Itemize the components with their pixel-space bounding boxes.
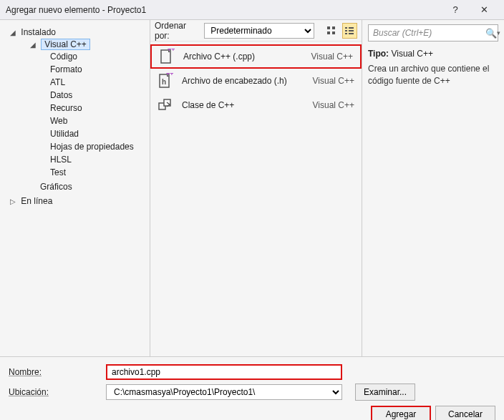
h-file-icon: h++	[158, 73, 173, 89]
template-lang: Visual C++	[313, 76, 354, 86]
svg-rect-6	[345, 30, 347, 31]
template-pane: Ordenar por: Predeterminado ++Archivo C+…	[150, 20, 362, 356]
type-value: Visual C++	[391, 49, 432, 59]
bottom-form: Nombre: Ubicación: C:\cmasmasya\Proyecto…	[0, 356, 504, 420]
tree-node[interactable]: ATL	[50, 76, 150, 89]
tree-node[interactable]: Utilidad	[50, 127, 150, 140]
window-title: Agregar nuevo elemento - Proyecto1	[6, 5, 441, 15]
chevron-down-icon: ▾	[497, 29, 500, 36]
tree-label: Gráficos	[40, 182, 72, 192]
cpp-class-icon	[158, 97, 173, 113]
main-area: ◢ Instalado ◢ Visual C++ CódigoFormatoAT…	[0, 20, 504, 356]
template-item[interactable]: ++Archivo C++ (.cpp)Visual C++	[150, 44, 362, 69]
svg-rect-3	[332, 31, 335, 34]
tree-node[interactable]: Código	[50, 50, 150, 63]
tree-node-visualcpp[interactable]: ◢ Visual C++ CódigoFormatoATLDatosRecurs…	[30, 37, 150, 180]
details-pane: 🔍 ▾ Tipo: Visual C++ Crea un archivo que…	[362, 20, 504, 356]
location-select[interactable]: C:\cmasmasya\Proyecto1\Proyecto1\	[106, 384, 342, 400]
browse-button[interactable]: Examinar...	[355, 384, 415, 401]
close-button[interactable]: ✕	[470, 4, 498, 15]
sort-row: Ordenar por: Predeterminado	[150, 20, 362, 41]
help-button[interactable]: ?	[441, 4, 470, 15]
search-box[interactable]: 🔍 ▾	[368, 24, 498, 41]
tree-node[interactable]: Hojas de propiedades	[50, 140, 150, 153]
template-name: Clase de C++	[182, 100, 304, 110]
template-list: ++Archivo C++ (.cpp)Visual C++h++Archivo…	[150, 41, 362, 120]
sort-select[interactable]: Predeterminado	[204, 23, 314, 39]
view-grid-button[interactable]	[324, 23, 339, 39]
details-type: Tipo: Visual C++	[368, 49, 498, 59]
title-bar: Agregar nuevo elemento - Proyecto1 ? ✕	[0, 0, 504, 20]
tree-root-installed[interactable]: ◢ Instalado ◢ Visual C++ CódigoFormatoAT…	[0, 26, 150, 195]
svg-text:++: ++	[168, 49, 175, 53]
category-sidebar: ◢ Instalado ◢ Visual C++ CódigoFormatoAT…	[0, 20, 150, 356]
name-input[interactable]	[106, 364, 342, 380]
svg-rect-1	[332, 26, 335, 29]
tree-node[interactable]: HLSL	[50, 153, 150, 166]
tree-node[interactable]: Test	[50, 166, 150, 179]
details-description: Crea un archivo que contiene el código f…	[368, 63, 498, 87]
view-list-button[interactable]	[342, 23, 357, 39]
add-button[interactable]: Agregar	[371, 406, 431, 420]
svg-rect-9	[349, 33, 354, 34]
chevron-down-icon: ◢	[30, 41, 39, 49]
template-name: Archivo C++ (.cpp)	[183, 52, 303, 62]
template-lang: Visual C++	[313, 100, 354, 110]
svg-rect-8	[345, 33, 347, 34]
tree-root-online[interactable]: ▷ En línea	[0, 195, 150, 207]
cpp-file-icon: ++	[159, 49, 175, 64]
grid-icon	[326, 26, 336, 36]
svg-rect-0	[327, 26, 330, 29]
type-label: Tipo:	[368, 49, 389, 59]
svg-text:++: ++	[166, 73, 173, 77]
svg-rect-7	[349, 30, 354, 31]
search-input[interactable]	[369, 28, 485, 38]
tree-node[interactable]: Recurso	[50, 102, 150, 114]
tree-label: En línea	[21, 196, 52, 206]
location-label: Ubicación:	[9, 387, 102, 397]
sort-label: Ordenar por:	[155, 21, 201, 41]
template-item[interactable]: h++Archivo de encabezado (.h)Visual C++	[150, 69, 362, 93]
tree-label: Visual C++	[41, 39, 89, 50]
template-item[interactable]: Clase de C++Visual C++	[150, 93, 362, 117]
svg-rect-5	[349, 27, 354, 29]
tree-node[interactable]: Datos	[50, 89, 150, 102]
tree-node-graficos[interactable]: Gráficos	[30, 180, 150, 193]
template-name: Archivo de encabezado (.h)	[182, 76, 304, 86]
list-icon	[344, 26, 354, 36]
search-icon: 🔍	[485, 28, 497, 39]
template-lang: Visual C++	[311, 52, 353, 62]
svg-text:h: h	[162, 78, 166, 86]
chevron-right-icon: ▷	[10, 197, 19, 205]
chevron-down-icon: ◢	[10, 29, 19, 36]
tree-label: Instalado	[21, 27, 56, 37]
svg-rect-2	[327, 31, 330, 34]
cancel-button[interactable]: Cancelar	[435, 406, 495, 420]
tree-node[interactable]: Web	[50, 114, 150, 127]
tree-node[interactable]: Formato	[50, 63, 150, 76]
name-label: Nombre:	[9, 367, 102, 377]
svg-rect-4	[345, 27, 347, 29]
